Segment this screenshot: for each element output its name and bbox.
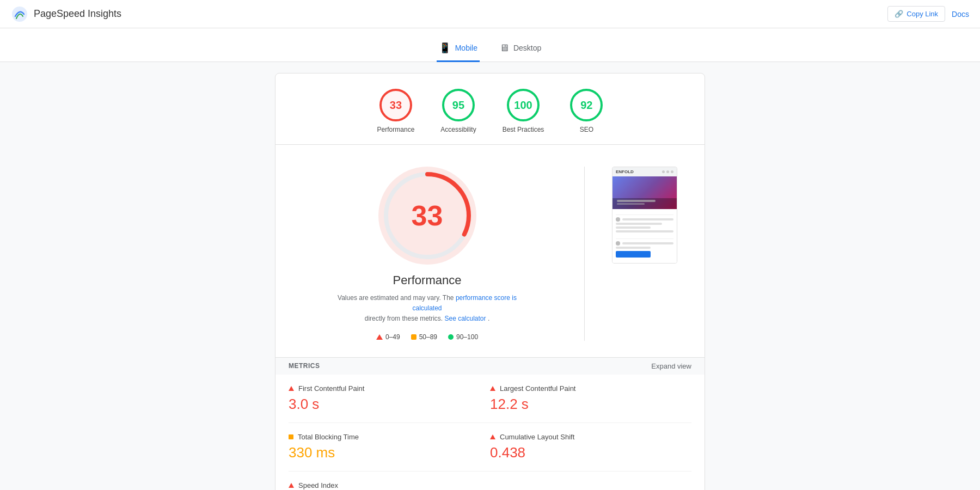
legend-red: 0–49 — [376, 333, 400, 341]
metric-cls-value: 0.438 — [490, 444, 691, 461]
circle-icon — [616, 241, 620, 246]
accessibility-label: Accessibility — [440, 126, 476, 133]
tab-desktop[interactable]: 🖥 Desktop — [497, 38, 543, 62]
dot-icon — [662, 170, 665, 173]
icon-row — [616, 241, 673, 246]
app-title: PageSpeed Insights — [34, 8, 121, 20]
tab-mobile-label: Mobile — [455, 44, 477, 52]
header-left: PageSpeed Insights — [11, 5, 121, 23]
metric-fcp-value: 3.0 s — [289, 396, 474, 413]
big-score-value: 33 — [412, 199, 443, 232]
dot-icon — [671, 170, 673, 173]
circle-icon — [616, 217, 620, 222]
vertical-divider — [584, 167, 585, 341]
text-line — [616, 226, 651, 229]
metric-cls-name: Cumulative Layout Shift — [500, 433, 574, 441]
calculator-link[interactable]: See calculator — [444, 315, 486, 322]
screenshot-content — [612, 209, 677, 263]
metrics-header: METRICS Expand view — [275, 357, 705, 375]
screenshot-site-name: ENFOLD — [616, 169, 634, 174]
screenshot-body — [612, 176, 677, 263]
score-accessibility[interactable]: 95 Accessibility — [440, 89, 476, 133]
desc-text: Values are estimated and may vary. The — [338, 294, 454, 302]
legend-orange: 50–89 — [411, 333, 437, 341]
line-placeholder — [622, 218, 673, 220]
red-triangle-icon — [289, 386, 294, 391]
legend-green: 90–100 — [448, 333, 478, 341]
dot-icon — [666, 170, 669, 173]
mobile-icon: 📱 — [439, 42, 451, 54]
score-summary: 33 Performance 95 Accessibility 100 Best… — [275, 74, 705, 145]
best-practices-label: Best Practices — [503, 126, 544, 133]
best-practices-value: 100 — [514, 99, 532, 112]
metric-fcp-name-row: First Contentful Paint — [289, 384, 474, 393]
screenshot-controls — [662, 170, 673, 173]
screenshot-section-2 — [616, 238, 673, 260]
score-legend: 0–49 50–89 90–100 — [376, 333, 478, 341]
performance-right: ENFOLD — [612, 167, 683, 264]
desc-mid: directly from these metrics. — [365, 315, 443, 322]
metric-lcp-name-row: Largest Contentful Paint — [490, 384, 691, 393]
seo-label: SEO — [580, 126, 593, 133]
metric-tbt-name-row: Total Blocking Time — [289, 433, 474, 441]
metric-tbt: Total Blocking Time 330 ms — [289, 423, 490, 471]
legend-green-label: 90–100 — [456, 333, 478, 341]
text-line — [616, 247, 651, 249]
performance-description: Values are estimated and may vary. The p… — [335, 293, 520, 324]
cta-button — [616, 251, 651, 258]
metric-lcp-value: 12.2 s — [490, 396, 691, 413]
tab-mobile[interactable]: 📱 Mobile — [437, 38, 480, 62]
copy-link-button[interactable]: 🔗 Copy Link — [887, 6, 945, 22]
metrics-label: METRICS — [289, 362, 320, 370]
results-card: 33 Performance 95 Accessibility 100 Best… — [275, 73, 705, 490]
metric-lcp-name: Largest Contentful Paint — [500, 384, 575, 393]
desktop-icon: 🖥 — [499, 42, 509, 54]
screenshot-image — [612, 176, 677, 209]
score-performance[interactable]: 33 Performance — [377, 89, 415, 133]
metric-si-name: Speed Index — [298, 481, 338, 489]
metric-fcp: First Contentful Paint 3.0 s — [289, 375, 490, 423]
metric-si: Speed Index 13.8 s — [289, 471, 490, 490]
score-seo[interactable]: 92 SEO — [570, 89, 603, 133]
metric-tbt-value: 330 ms — [289, 444, 474, 461]
performance-left: 33 Performance Values are estimated and … — [297, 167, 557, 341]
performance-circle: 33 — [379, 89, 412, 121]
accessibility-value: 95 — [452, 99, 464, 112]
big-score-container: 33 — [378, 167, 476, 265]
orange-square-icon — [411, 334, 416, 340]
tab-desktop-label: Desktop — [513, 44, 541, 52]
metric-lcp: Largest Contentful Paint 12.2 s — [490, 375, 691, 423]
header-right: 🔗 Copy Link Docs — [887, 6, 969, 22]
docs-link[interactable]: Docs — [952, 10, 969, 19]
seo-value: 92 — [580, 99, 592, 112]
screenshot-header: ENFOLD — [612, 167, 677, 176]
performance-label: Performance — [377, 126, 415, 133]
metric-cls: Cumulative Layout Shift 0.438 — [490, 423, 691, 471]
legend-red-label: 0–49 — [385, 333, 400, 341]
green-circle-icon — [448, 334, 454, 340]
performance-section: 33 Performance Values are estimated and … — [275, 145, 705, 357]
line-placeholder — [622, 242, 673, 244]
icon-row — [616, 217, 673, 222]
metric-si-name-row: Speed Index — [289, 481, 474, 489]
text-line — [616, 223, 662, 225]
link-icon: 🔗 — [895, 10, 903, 18]
legend-orange-label: 50–89 — [419, 333, 437, 341]
metric-tbt-name: Total Blocking Time — [298, 433, 359, 441]
copy-link-label: Copy Link — [906, 10, 938, 18]
accessibility-circle: 95 — [442, 89, 475, 121]
red-triangle-icon — [490, 386, 495, 391]
orange-square-icon — [289, 434, 293, 439]
seo-circle: 92 — [570, 89, 603, 121]
performance-value: 33 — [390, 99, 402, 112]
desc-end: . — [488, 315, 489, 322]
red-triangle-icon — [490, 434, 495, 439]
text-line — [616, 230, 673, 232]
pagespeed-logo — [11, 5, 28, 23]
metric-cls-name-row: Cumulative Layout Shift — [490, 433, 691, 441]
expand-view-button[interactable]: Expand view — [651, 362, 691, 370]
score-best-practices[interactable]: 100 Best Practices — [503, 89, 544, 133]
red-triangle-icon — [289, 483, 294, 488]
tab-bar: 📱 Mobile 🖥 Desktop — [0, 28, 980, 62]
metrics-grid: First Contentful Paint 3.0 s Largest Con… — [275, 375, 705, 490]
